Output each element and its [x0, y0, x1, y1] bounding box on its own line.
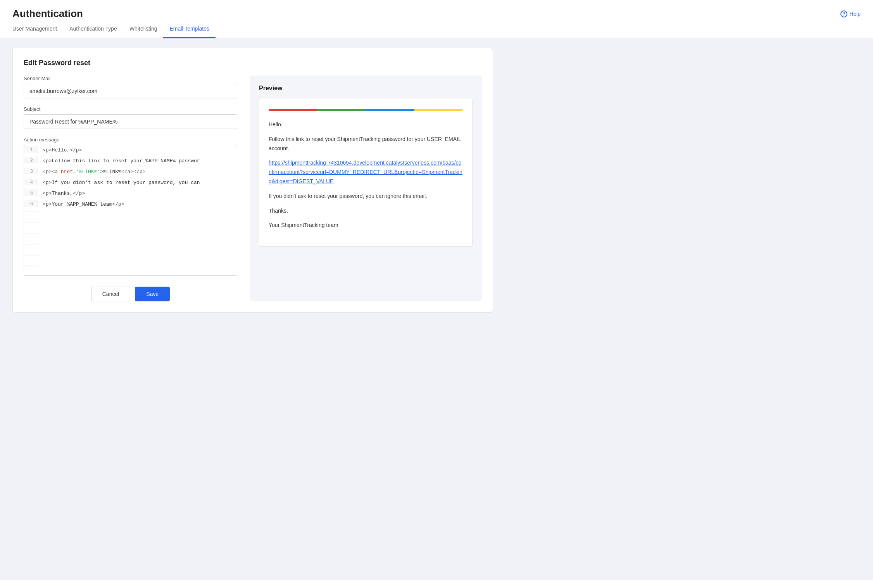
- sender-mail-group: Sender Mail: [24, 76, 237, 98]
- action-message-label: Action message: [24, 137, 237, 143]
- code-line-10: [24, 243, 237, 254]
- line-num-7: [24, 211, 38, 212]
- preview-body2: If you didn't ask to reset your password…: [269, 192, 463, 201]
- line-code-3: <p><a href='%LINK%'>%LINK%</a></p>: [38, 168, 237, 176]
- preview-body1: Follow this link to reset your ShipmentT…: [269, 135, 463, 153]
- preview-link-para: https://shipmenttracking-74310654.develo…: [269, 158, 463, 186]
- right-column: Preview Hello, Follow this link to reset…: [250, 76, 482, 301]
- line-code-8: [38, 222, 237, 224]
- line-num-9: [24, 233, 38, 234]
- code-line-1: 1 <p>Hello,</p>: [24, 145, 237, 156]
- line-num-11: [24, 254, 38, 256]
- help-link[interactable]: ? Help: [840, 10, 861, 17]
- code-line-2: 2 <p>Follow this link to reset your %APP…: [24, 156, 237, 167]
- tab-email-templates[interactable]: Email Templates: [163, 20, 215, 38]
- code-line-6: 6 <p>Your %APP_NAME% team</p>: [24, 199, 237, 210]
- line-code-10: [38, 244, 237, 246]
- help-icon: ?: [840, 10, 847, 17]
- page-header: Authentication ? Help: [0, 0, 873, 20]
- line-code-9: [38, 233, 237, 235]
- line-code-5: <p>Thanks,</p>: [38, 189, 237, 198]
- code-line-9: [24, 232, 237, 243]
- button-row: Cancel Save: [24, 287, 237, 301]
- preview-rainbow-bar: [269, 109, 463, 111]
- line-num-1: 1: [24, 146, 38, 153]
- line-num-6: 6: [24, 200, 38, 207]
- tab-authentication-type[interactable]: Authentication Type: [63, 20, 123, 38]
- code-lines: 1 <p>Hello,</p> 2 <p>Follow this link to…: [24, 145, 237, 275]
- preview-text: Hello, Follow this link to reset your Sh…: [269, 120, 463, 230]
- preview-card: Hello, Follow this link to reset your Sh…: [259, 98, 473, 247]
- action-message-group: Action message 1 <p>Hello,</p> 2 <p>F: [24, 137, 237, 276]
- line-code-7: [38, 211, 237, 213]
- cancel-button[interactable]: Cancel: [91, 287, 131, 301]
- line-num-10: [24, 244, 38, 245]
- line-code-4: <p>If you didn't ask to reset your passw…: [38, 179, 237, 187]
- tabs-row: User Management Authentication Type Whit…: [0, 20, 873, 38]
- subject-label: Subject: [24, 106, 237, 112]
- tab-whitelisting[interactable]: Whitelisting: [123, 20, 164, 38]
- code-line-8: [24, 221, 237, 232]
- line-num-4: 4: [24, 179, 38, 185]
- code-line-5: 5 <p>Thanks,</p>: [24, 189, 237, 199]
- preview-signature: Your ShipmentTracking team: [269, 221, 463, 230]
- code-line-11: [24, 254, 237, 265]
- code-line-4: 4 <p>If you didn't ask to reset your pas…: [24, 178, 237, 189]
- line-code-12: [38, 265, 237, 268]
- save-button[interactable]: Save: [135, 287, 170, 301]
- two-col-layout: Sender Mail Subject Action message: [24, 76, 482, 301]
- subject-input[interactable]: [24, 114, 237, 129]
- left-column: Sender Mail Subject Action message: [24, 76, 237, 301]
- line-code-1: <p>Hello,</p>: [38, 146, 237, 154]
- line-num-12: [24, 265, 38, 266]
- edit-card: Edit Password reset Sender Mail Subject …: [12, 48, 493, 313]
- tab-user-management[interactable]: User Management: [12, 20, 63, 38]
- sender-mail-input[interactable]: [24, 84, 237, 98]
- line-num-5: 5: [24, 189, 38, 196]
- code-line-12: [24, 265, 237, 275]
- line-code-2: <p>Follow this link to reset your %APP_N…: [38, 157, 237, 165]
- line-code-6: <p>Your %APP_NAME% team</p>: [38, 200, 237, 208]
- line-num-8: [24, 222, 38, 223]
- code-line-3: 3 <p><a href='%LINK%'>%LINK%</a></p>: [24, 167, 237, 178]
- line-code-11: [38, 254, 237, 257]
- line-num-2: 2: [24, 157, 38, 163]
- sender-mail-label: Sender Mail: [24, 76, 237, 81]
- main-content: Edit Password reset Sender Mail Subject …: [0, 38, 873, 580]
- preview-link[interactable]: https://shipmenttracking-74310654.develo…: [269, 160, 462, 184]
- preview-thanks: Thanks,: [269, 206, 463, 216]
- card-title: Edit Password reset: [24, 59, 482, 67]
- page-title: Authentication: [12, 8, 83, 20]
- preview-greeting: Hello,: [269, 120, 463, 129]
- help-label: Help: [849, 11, 861, 17]
- line-num-3: 3: [24, 168, 38, 174]
- code-editor[interactable]: 1 <p>Hello,</p> 2 <p>Follow this link to…: [24, 145, 237, 276]
- preview-title: Preview: [259, 85, 473, 92]
- code-line-7: [24, 210, 237, 221]
- subject-group: Subject: [24, 106, 237, 129]
